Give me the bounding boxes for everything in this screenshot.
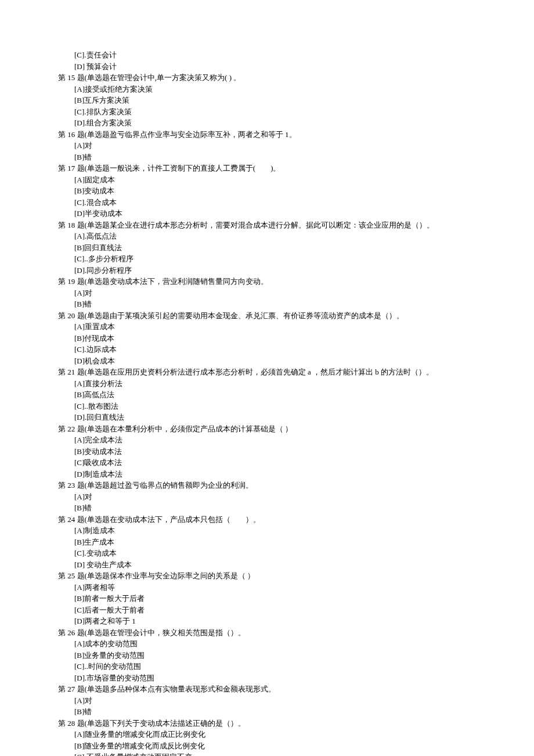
option-line: [A]对: [58, 491, 476, 503]
option-line: [A]完全成本法: [58, 434, 476, 446]
option-line: [A].高低点法: [58, 231, 476, 242]
option-line: [B]回归直线法: [58, 242, 476, 254]
option-line: [D]制造成本法: [58, 469, 476, 480]
option-line: [A]成本的变动范围: [58, 638, 476, 650]
option-line: [C]后者一般大于前者: [58, 604, 476, 616]
question-line: 第 25 题(单选题保本作业率与安全边际率之间的关系是（ ）: [58, 570, 476, 582]
question-line: 第 17 题(单选题一般说来，计件工资制下的直接人工费属于( )。: [58, 163, 476, 174]
option-line: [A]直接分析法: [58, 378, 476, 390]
question-line: 第 27 题(单选题多品种保本点有实物量表现形式和金额表现形式。: [58, 683, 476, 695]
question-line: 第 23 题(单选题超过盈亏临界点的销售额即为企业的利润。: [58, 480, 476, 491]
option-line: [B]生产成本: [58, 537, 476, 548]
option-line: [A]重置成本: [58, 321, 476, 333]
option-line: [C]吸收成本法: [58, 457, 476, 469]
option-line: [D].市场容量的变动范围: [58, 672, 476, 684]
option-line: [D].同步分析程序: [58, 265, 476, 276]
question-line: 第 19 题(单选题变动成本法下，营业利润随销售量同方向变动。: [58, 276, 476, 287]
option-line: [B]前者一般大于后者: [58, 593, 476, 604]
option-line: [A]接受或拒绝方案决策: [58, 84, 476, 95]
option-line: [D]半变动成本: [58, 208, 476, 219]
option-line: [A]对: [58, 287, 476, 299]
question-line: 第 28 题(单选题下列关于变动成本法描述正确的是（）。: [58, 718, 476, 729]
option-line: [B]互斥方案决策: [58, 95, 476, 106]
option-line: [B]业务量的变动范围: [58, 650, 476, 661]
option-line: [A]对: [58, 140, 476, 152]
question-line: 第 24 题(单选题在变动成本法下，产品成本只包括（ ）。: [58, 514, 476, 525]
option-line: [A]制造成本: [58, 525, 476, 537]
option-line: [C].混合成本: [58, 197, 476, 208]
option-line: [B]变动成本法: [58, 446, 476, 458]
option-line: [A]两者相等: [58, 582, 476, 593]
question-line: 第 22 题(单选题在本量利分析中，必须假定产品成本的计算基础是（ ）: [58, 423, 476, 435]
option-line: [D] 预算会计: [58, 61, 476, 73]
option-line: [A]随业务量的增减变化而成正比例变化: [58, 729, 476, 740]
option-line: [C]..时间的变动范围: [58, 661, 476, 672]
option-line: [C].不受业务量增减变动而固定不变: [58, 751, 476, 756]
option-line: [D] 变动生产成本: [58, 559, 476, 571]
option-line: [C].变动成本: [58, 548, 476, 559]
option-line: [B]变动成本: [58, 185, 476, 197]
option-line: [D].回归直线法: [58, 412, 476, 423]
option-line: [C].排队方案决策: [58, 106, 476, 118]
option-line: [D].组合方案决策: [58, 117, 476, 129]
option-line: [B]付现成本: [58, 333, 476, 344]
option-line: [B]随业务量的增减变化而成反比例变化: [58, 740, 476, 752]
option-line: [C]..多步分析程序: [58, 253, 476, 265]
option-line: [C].边际成本: [58, 344, 476, 355]
option-line: [A]固定成本: [58, 174, 476, 186]
option-line: [D]两者之和等于 1: [58, 615, 476, 627]
question-line: 第 15 题(单选题在管理会计中,单一方案决策又称为( ) 。: [58, 72, 476, 84]
option-line: [A]对: [58, 695, 476, 707]
option-line: [B]错: [58, 152, 476, 163]
option-line: [B]高低点法: [58, 389, 476, 401]
option-line: [B]错: [58, 706, 476, 718]
option-line: [B]错: [58, 502, 476, 514]
question-line: 第 16 题(单选题盈亏临界点作业率与安全边际率互补，两者之和等于 1。: [58, 129, 476, 141]
question-line: 第 21 题(单选题在应用历史资料分析法进行成本形态分析时，必须首先确定 a ，…: [58, 366, 476, 378]
option-line: [B]错: [58, 298, 476, 310]
option-line: [D]机会成本: [58, 355, 476, 367]
option-line: [C]..散布图法: [58, 401, 476, 412]
question-line: 第 18 题(单选题某企业在进行成本形态分析时，需要对混合成本进行分解。据此可以…: [58, 219, 476, 231]
question-line: 第 26 题(单选题在管理会计中，狭义相关范围是指（）。: [58, 627, 476, 639]
option-line: [C].责任会计: [58, 49, 476, 61]
question-line: 第 20 题(单选题由于某项决策引起的需要动用本金现金、承兑汇票、有价证券等流动…: [58, 310, 476, 322]
exam-page: [C].责任会计[D] 预算会计第 15 题(单选题在管理会计中,单一方案决策又…: [0, 0, 534, 756]
